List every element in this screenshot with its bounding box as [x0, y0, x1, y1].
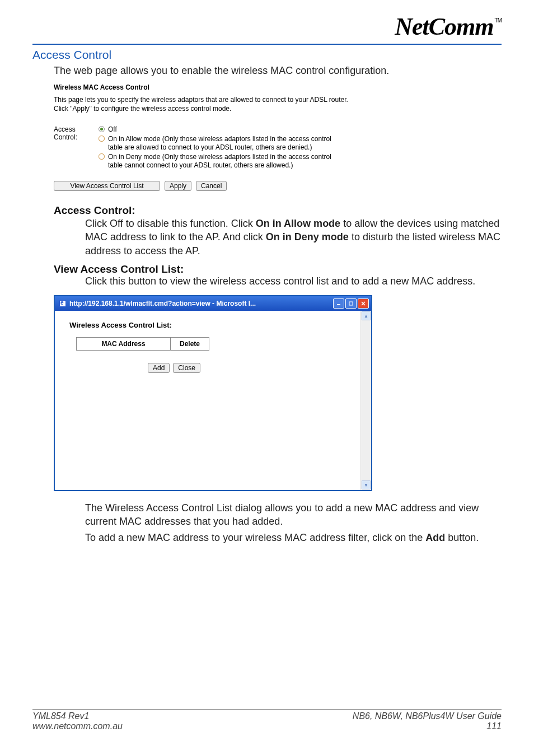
- mac-table-header: MAC Address Delete: [76, 337, 209, 351]
- text-fragment: To add a new MAC address to your wireles…: [85, 532, 425, 543]
- after-popup-p1: The Wireless Access Control List dialog …: [85, 501, 502, 529]
- close-button[interactable]: Close: [173, 363, 200, 373]
- figure1-desc-line1: This page lets you to specify the wirele…: [54, 96, 348, 104]
- col-mac-address: MAC Address: [77, 338, 171, 350]
- brand-name: NetComm: [395, 15, 493, 39]
- radio-deny-label: On in Deny mode (Only those wireless ada…: [108, 153, 343, 170]
- section-title-access-control: Access Control: [32, 48, 502, 62]
- popup-button-row: Add Close: [148, 363, 346, 373]
- scrollbar[interactable]: ▲ ▼: [360, 311, 371, 490]
- svg-rect-1: [349, 302, 353, 305]
- radio-allow-label: On in Allow mode (Only those wireless ad…: [108, 135, 343, 152]
- figure-popup-window: http://192.168.1.1/wlmacflt.cmd?action=v…: [54, 295, 372, 491]
- footer-page-number: 111: [486, 721, 502, 731]
- access-control-option-group: AccessControl: Off On in Allow mode (Onl…: [54, 125, 370, 171]
- scroll-up-icon[interactable]: ▲: [362, 311, 371, 320]
- subheading-access-control: Access Control:: [54, 204, 502, 217]
- apply-button[interactable]: Apply: [165, 181, 191, 191]
- footer-url: www.netcomm.com.au: [32, 721, 123, 731]
- scroll-down-icon[interactable]: ▼: [362, 480, 371, 489]
- cancel-button[interactable]: Cancel: [196, 181, 227, 191]
- document-page: NetComm TM Access Control The web page a…: [0, 0, 534, 756]
- text-bold: On in Deny mode: [266, 231, 349, 242]
- view-list-explanation: Click this button to view the wireless a…: [85, 276, 502, 287]
- brand-logo: NetComm TM: [395, 15, 502, 39]
- footer-models: NB6, NB6W, NB6Plus4W: [353, 711, 454, 721]
- figure1-button-row: View Access Control List Apply Cancel: [54, 181, 370, 191]
- window-maximize-button[interactable]: [345, 298, 357, 309]
- access-control-label: AccessControl:: [54, 125, 99, 141]
- intro-text: The web page allows you to enable the wi…: [54, 65, 502, 77]
- radio-off-label: Off: [108, 125, 117, 134]
- radio-deny[interactable]: On in Deny mode (Only those wireless ada…: [99, 153, 370, 170]
- figure-mac-access-control: Wireless MAC Access Control This page le…: [54, 83, 370, 191]
- radio-icon: [99, 136, 105, 142]
- radio-icon: [99, 126, 105, 132]
- footer-right1: NB6, NB6W, NB6Plus4W User Guide: [353, 711, 502, 721]
- col-delete: Delete: [171, 338, 209, 350]
- radio-allow[interactable]: On in Allow mode (Only those wireless ad…: [99, 135, 370, 152]
- header-row: NetComm TM: [32, 11, 502, 43]
- footer-guide: User Guide: [454, 711, 502, 721]
- radio-icon: [99, 153, 105, 160]
- figure1-title: Wireless MAC Access Control: [54, 83, 370, 91]
- footer-doc-rev: YML854 Rev1: [32, 711, 89, 721]
- radio-group: Off On in Allow mode (Only those wireles…: [99, 125, 370, 171]
- text-bold: Add: [425, 532, 445, 543]
- add-button[interactable]: Add: [148, 363, 170, 373]
- popup-heading: Wireless Access Control List:: [69, 321, 346, 329]
- text-fragment: button.: [445, 532, 479, 543]
- after-popup-p2: To add a new MAC address to your wireles…: [85, 532, 502, 544]
- window-body: Wireless Access Control List: MAC Addres…: [55, 311, 371, 490]
- page-footer: YML854 Rev1 NB6, NB6W, NB6Plus4W User Gu…: [32, 710, 502, 731]
- window-minimize-button[interactable]: [333, 298, 344, 309]
- svg-rect-0: [337, 304, 340, 305]
- access-control-explanation: Click Off to disable this function. Clic…: [85, 217, 502, 258]
- header-rule: [32, 44, 502, 45]
- view-access-control-list-button[interactable]: View Access Control List: [54, 181, 160, 191]
- window-close-button[interactable]: [358, 298, 369, 309]
- text-fragment: Click Off to disable this function. Clic…: [85, 218, 256, 229]
- footer-rule: [32, 710, 502, 710]
- trademark: TM: [495, 18, 502, 24]
- footer-line2: www.netcomm.com.au 111: [32, 721, 502, 731]
- popup-content: Wireless Access Control List: MAC Addres…: [55, 311, 360, 490]
- footer-line1: YML854 Rev1 NB6, NB6W, NB6Plus4W User Gu…: [32, 711, 502, 721]
- figure1-desc-line2: Click "Apply" to configure the wireless …: [54, 105, 231, 113]
- window-titlebar: http://192.168.1.1/wlmacflt.cmd?action=v…: [55, 296, 371, 311]
- subheading-view-list: View Access Control List:: [54, 263, 502, 276]
- text-bold: On in Allow mode: [256, 218, 340, 229]
- ie-icon: [58, 299, 67, 308]
- window-title: http://192.168.1.1/wlmacflt.cmd?action=v…: [69, 300, 332, 307]
- radio-off[interactable]: Off: [99, 125, 370, 134]
- figure1-description: This page lets you to specify the wirele…: [54, 96, 370, 113]
